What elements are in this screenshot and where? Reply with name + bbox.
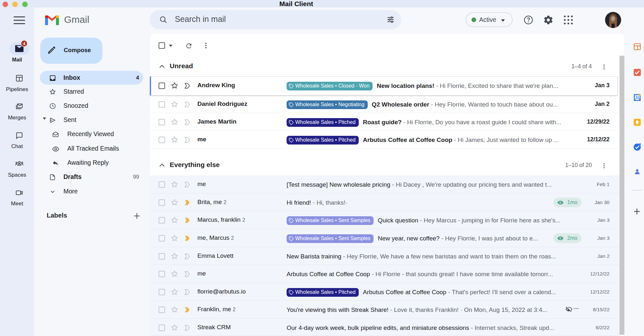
svg-text:4: 4 <box>23 41 25 46</box>
svg-text:31: 31 <box>635 96 639 99</box>
